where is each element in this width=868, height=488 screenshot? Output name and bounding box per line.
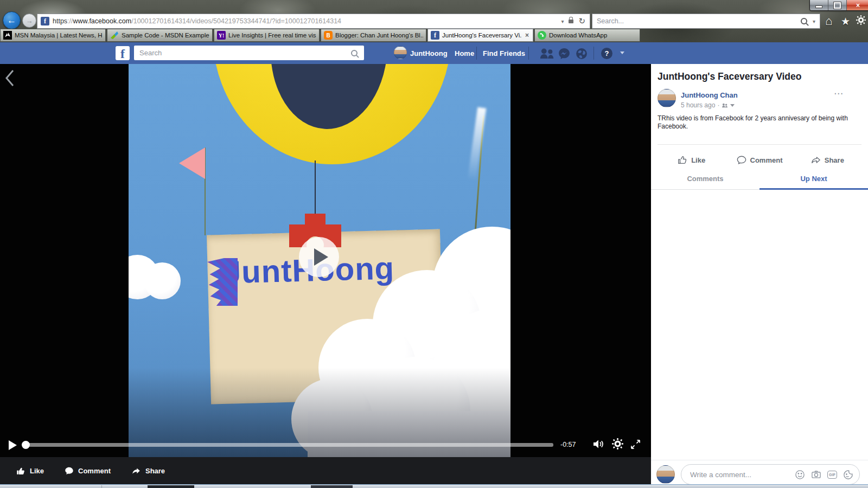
facebook-logo[interactable]: f	[116, 46, 130, 60]
audience-friends-icon	[722, 103, 728, 108]
volume-icon[interactable]	[592, 439, 605, 452]
author-name-link[interactable]: JuntHoong Chan	[681, 91, 738, 99]
cloud	[144, 262, 181, 299]
close-button[interactable]: ×	[847, 0, 868, 10]
fullscreen-icon[interactable]	[630, 439, 641, 452]
blogger-favicon: B	[324, 31, 333, 40]
sidebar-tabs: Comments Up Next	[651, 168, 868, 190]
video-player[interactable]: JuntHoong	[129, 64, 510, 457]
tab-msn[interactable]: MSN Malaysia | Latest News, H...	[0, 29, 106, 42]
tab-label: Download WhatsApp	[549, 32, 637, 38]
thumbs-up-icon	[678, 155, 687, 165]
post-actions: Like Comment Share	[658, 151, 861, 169]
home-link[interactable]: Home	[455, 49, 474, 57]
back-arrow-icon: ←	[7, 15, 16, 26]
facebook-favicon: f	[431, 31, 439, 40]
like-button[interactable]: Like	[16, 466, 44, 476]
tab-download-whatsapp[interactable]: Download WhatsApp	[534, 29, 640, 42]
header-avatar[interactable]	[394, 46, 407, 59]
tools-gear-icon[interactable]	[856, 15, 866, 28]
taskbar-window-peek[interactable]	[311, 485, 353, 488]
like-label: Like	[691, 156, 705, 164]
video-title: JuntHoong's Faceversary Video	[658, 71, 801, 82]
tab-yahoo-live-insights[interactable]: Y! Live Insights | Free real time vis...	[214, 29, 320, 42]
find-friends-link[interactable]: Find Friends	[483, 49, 525, 57]
profile-link[interactable]: JuntHoong	[410, 49, 448, 57]
tab-msdn-sample-code[interactable]: Sample Code - MSDN Example...	[107, 29, 213, 42]
comment-button[interactable]: Comment	[725, 151, 793, 169]
video-action-bar: Like Comment Share	[0, 457, 651, 484]
video-sidebar: JuntHoong's Faceversary Video JuntHoong …	[651, 64, 868, 484]
post-options-dots-icon[interactable]: ⋯	[834, 88, 844, 99]
home-icon[interactable]: ⌂	[825, 14, 832, 28]
sparkler-glow	[468, 107, 487, 181]
like-label: Like	[30, 467, 44, 475]
comment-bubble-icon	[65, 466, 74, 476]
emoji-smiley-icon[interactable]	[795, 470, 805, 480]
facebook-search-box[interactable]	[134, 46, 364, 60]
settings-gear-icon[interactable]	[612, 438, 623, 452]
play-button[interactable]	[9, 440, 17, 450]
progress-track[interactable]	[25, 443, 553, 447]
balloon-string	[315, 160, 316, 221]
thumbs-up-icon	[16, 466, 25, 476]
share-button[interactable]: Share	[131, 466, 165, 476]
video-theater: JuntHoong -0:57	[0, 64, 651, 457]
camera-icon[interactable]	[811, 470, 821, 480]
address-bar[interactable]: f https://www.facebook.com/1000127016143…	[37, 14, 590, 29]
messenger-icon[interactable]	[558, 48, 570, 62]
share-label: Share	[145, 467, 165, 475]
tab-comments[interactable]: Comments	[651, 168, 760, 189]
friend-requests-icon[interactable]	[539, 48, 555, 61]
taskbar-window-peek[interactable]	[148, 485, 194, 488]
play-icon	[9, 440, 17, 450]
gif-icon[interactable]: GIF	[827, 471, 837, 479]
audience-chevron-down-icon[interactable]	[730, 104, 735, 107]
header-divider	[476, 47, 477, 60]
share-arrow-icon	[131, 466, 141, 476]
author-avatar[interactable]	[658, 89, 676, 107]
header-divider	[528, 47, 529, 60]
msdn-favicon	[110, 31, 119, 40]
browser-search-box[interactable]: ▾	[592, 14, 820, 29]
tab-label: Sample Code - MSDN Example...	[122, 32, 209, 38]
search-dropdown-icon[interactable]: ▾	[807, 18, 820, 24]
share-arrow-icon	[811, 155, 821, 165]
tab-blogger[interactable]: B Blogger: Chan Junt Hoong's Bl...	[321, 29, 426, 42]
share-button[interactable]: Share	[794, 151, 861, 169]
header-divider	[593, 47, 594, 60]
exit-theater-chevron-left-icon[interactable]	[4, 69, 15, 89]
refresh-icon[interactable]: ↻	[578, 16, 585, 26]
favorites-star-icon[interactable]: ★	[841, 15, 850, 28]
yahoo-favicon: Y!	[217, 31, 226, 40]
sticker-icon[interactable]	[843, 470, 853, 480]
comment-label: Comment	[750, 156, 783, 164]
comment-composer: GIF	[651, 460, 868, 485]
comment-input[interactable]	[681, 471, 795, 479]
search-magnifier-icon[interactable]	[801, 18, 807, 24]
forward-button[interactable]: →	[22, 14, 36, 28]
tab-up-next[interactable]: Up Next	[760, 168, 868, 189]
minimize-icon	[815, 5, 822, 8]
facebook-search-input[interactable]	[134, 49, 351, 57]
account-menu-chevron-down-icon[interactable]	[620, 52, 624, 54]
play-icon	[314, 248, 328, 266]
browser-search-input[interactable]	[592, 17, 801, 25]
notifications-globe-icon[interactable]	[576, 48, 588, 62]
restore-button[interactable]	[828, 0, 847, 10]
url-text: https://www.facebook.com/100012701614314…	[53, 17, 341, 25]
help-icon[interactable]: ?	[601, 48, 612, 59]
address-dropdown-icon[interactable]: ▾	[561, 18, 564, 24]
msn-favicon	[3, 31, 12, 40]
progress-handle[interactable]	[22, 441, 30, 449]
minimize-button[interactable]	[810, 0, 828, 10]
play-overlay-button[interactable]	[299, 237, 339, 277]
comment-input-pill[interactable]: GIF	[681, 464, 860, 485]
window-chrome-glass: × ← → f https://www.facebook.com/1000127…	[0, 0, 868, 42]
back-button[interactable]: ←	[3, 11, 21, 29]
tab-faceversary-video-active[interactable]: f JuntHoong's Faceversary Vi... ×	[427, 29, 533, 42]
whatsapp-favicon	[538, 31, 546, 40]
tab-close-icon[interactable]: ×	[524, 31, 530, 39]
comment-button[interactable]: Comment	[65, 466, 111, 476]
like-button[interactable]: Like	[658, 151, 725, 169]
